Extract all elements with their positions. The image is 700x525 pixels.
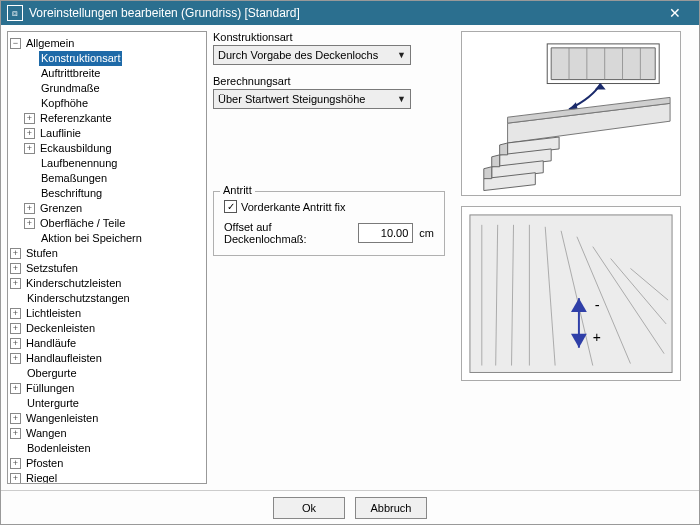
tree-row[interactable]: +Handlaufleisten: [10, 351, 204, 366]
tree-label[interactable]: Pfosten: [24, 456, 65, 471]
checkbox-row-vorderkante[interactable]: ✓ Vorderkante Antritt fix: [224, 200, 434, 213]
expand-icon[interactable]: +: [10, 353, 21, 364]
expand-icon[interactable]: +: [10, 278, 21, 289]
checkbox-vorderkante[interactable]: ✓: [224, 200, 237, 213]
tree-node: Kinderschutzstangen: [10, 291, 204, 306]
ok-button[interactable]: Ok: [273, 497, 345, 519]
tree-row[interactable]: Auftrittbreite: [10, 66, 204, 81]
tree-label[interactable]: Referenzkante: [38, 111, 114, 126]
tree-label[interactable]: Lauflinie: [38, 126, 83, 141]
tree-node: +Oberfläche / Teile: [10, 216, 204, 231]
expand-icon[interactable]: +: [24, 113, 35, 124]
tree-node: Kopfhöhe: [10, 96, 204, 111]
tree-row[interactable]: Aktion bei Speichern: [10, 231, 204, 246]
tree-row[interactable]: Kopfhöhe: [10, 96, 204, 111]
fieldset-antritt: Antritt ✓ Vorderkante Antritt fix Offset…: [213, 191, 445, 256]
preview-plan: - +: [461, 206, 681, 381]
tree-row[interactable]: +Stufen: [10, 246, 204, 261]
tree-label[interactable]: Bodenleisten: [25, 441, 93, 456]
expand-icon[interactable]: +: [10, 413, 21, 424]
tree-label[interactable]: Kinderschutzleisten: [24, 276, 123, 291]
tree-label[interactable]: Riegel: [24, 471, 59, 484]
tree-row[interactable]: Konstruktionsart: [10, 51, 204, 66]
expand-icon[interactable]: +: [10, 263, 21, 274]
input-offset[interactable]: [358, 223, 413, 243]
tree-label[interactable]: Oberfläche / Teile: [38, 216, 127, 231]
tree-row[interactable]: Bemaßungen: [10, 171, 204, 186]
expand-icon[interactable]: +: [10, 428, 21, 439]
tree-label[interactable]: Beschriftung: [39, 186, 104, 201]
tree-label[interactable]: Füllungen: [24, 381, 76, 396]
expand-icon[interactable]: +: [24, 128, 35, 139]
tree-row[interactable]: Bodenleisten: [10, 441, 204, 456]
tree-label[interactable]: Obergurte: [25, 366, 79, 381]
tree-label[interactable]: Grundmaße: [39, 81, 102, 96]
tree-label[interactable]: Konstruktionsart: [39, 51, 122, 66]
tree-label[interactable]: Handläufe: [24, 336, 78, 351]
svg-marker-17: [484, 167, 492, 179]
tree-row[interactable]: Obergurte: [10, 366, 204, 381]
tree-row[interactable]: +Grenzen: [10, 201, 204, 216]
tree-row[interactable]: +Eckausbildung: [10, 141, 204, 156]
collapse-icon[interactable]: −: [10, 38, 21, 49]
tree-row[interactable]: +Wangenleisten: [10, 411, 204, 426]
tree-label[interactable]: Lichtleisten: [24, 306, 83, 321]
tree-row[interactable]: +Füllungen: [10, 381, 204, 396]
tree-node: +Stufen: [10, 246, 204, 261]
tree-row[interactable]: Laufbenennung: [10, 156, 204, 171]
tree-label[interactable]: Stufen: [24, 246, 60, 261]
tree-row[interactable]: Grundmaße: [10, 81, 204, 96]
tree-label[interactable]: Allgemein: [24, 36, 76, 51]
tree-row[interactable]: +Riegel: [10, 471, 204, 484]
close-button[interactable]: ✕: [657, 1, 693, 25]
dropdown-berechnungsart[interactable]: Über Startwert Steigungshöhe ▼: [213, 89, 411, 109]
tree-label[interactable]: Untergurte: [25, 396, 81, 411]
nav-tree[interactable]: −AllgemeinKonstruktionsartAuftrittbreite…: [7, 31, 207, 484]
tree-label[interactable]: Wangen: [24, 426, 69, 441]
expand-icon[interactable]: +: [10, 248, 21, 259]
expand-icon[interactable]: +: [24, 143, 35, 154]
tree-row[interactable]: +Setzstufen: [10, 261, 204, 276]
expand-icon[interactable]: +: [24, 218, 35, 229]
tree-label[interactable]: Grenzen: [38, 201, 84, 216]
tree-row[interactable]: +Lichtleisten: [10, 306, 204, 321]
tree-row[interactable]: +Lauflinie: [10, 126, 204, 141]
tree-row[interactable]: Untergurte: [10, 396, 204, 411]
tree-label[interactable]: Handlaufleisten: [24, 351, 104, 366]
tree-row[interactable]: +Referenzkante: [10, 111, 204, 126]
tree-label[interactable]: Kopfhöhe: [39, 96, 90, 111]
tree-label[interactable]: Kinderschutzstangen: [25, 291, 132, 306]
chevron-down-icon: ▼: [397, 94, 406, 104]
cancel-button[interactable]: Abbruch: [355, 497, 427, 519]
tree-label[interactable]: Wangenleisten: [24, 411, 100, 426]
tree-node: Beschriftung: [10, 186, 204, 201]
offset-plus-label: +: [593, 329, 601, 345]
tree-label[interactable]: Aktion bei Speichern: [39, 231, 144, 246]
tree-row[interactable]: +Kinderschutzleisten: [10, 276, 204, 291]
tree-row[interactable]: +Handläufe: [10, 336, 204, 351]
expand-icon[interactable]: +: [10, 458, 21, 469]
expand-icon[interactable]: +: [10, 308, 21, 319]
offset-minus-label: -: [595, 297, 600, 313]
tree-node: +Handläufe: [10, 336, 204, 351]
tree-row[interactable]: +Oberfläche / Teile: [10, 216, 204, 231]
tree-label[interactable]: Bemaßungen: [39, 171, 109, 186]
tree-row[interactable]: +Pfosten: [10, 456, 204, 471]
expand-icon[interactable]: +: [10, 473, 21, 484]
expand-icon[interactable]: +: [10, 338, 21, 349]
tree-row[interactable]: Kinderschutzstangen: [10, 291, 204, 306]
dialog-footer: Ok Abbruch: [1, 490, 699, 524]
expand-icon[interactable]: +: [10, 323, 21, 334]
tree-row[interactable]: −Allgemein: [10, 36, 204, 51]
tree-label[interactable]: Eckausbildung: [38, 141, 114, 156]
tree-label[interactable]: Auftrittbreite: [39, 66, 102, 81]
tree-row[interactable]: Beschriftung: [10, 186, 204, 201]
expand-icon[interactable]: +: [10, 383, 21, 394]
expand-icon[interactable]: +: [24, 203, 35, 214]
tree-label[interactable]: Deckenleisten: [24, 321, 97, 336]
tree-row[interactable]: +Deckenleisten: [10, 321, 204, 336]
tree-row[interactable]: +Wangen: [10, 426, 204, 441]
tree-label[interactable]: Setzstufen: [24, 261, 80, 276]
dropdown-konstruktionsart[interactable]: Durch Vorgabe des Deckenlochs ▼: [213, 45, 411, 65]
tree-label[interactable]: Laufbenennung: [39, 156, 119, 171]
